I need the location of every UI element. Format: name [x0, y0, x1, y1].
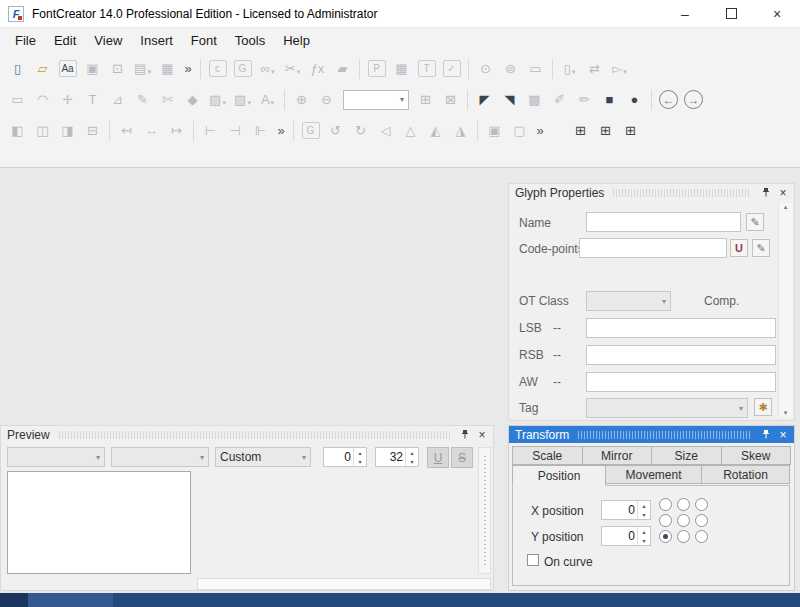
- toolbar-overflow-button[interactable]: »: [273, 119, 289, 142]
- anchor-radio-r2c3[interactable]: [695, 514, 708, 527]
- spin-up-button[interactable]: ▴: [638, 501, 650, 510]
- glyph-transform-button[interactable]: G: [299, 119, 322, 142]
- panel-close-button[interactable]: ×: [475, 428, 489, 442]
- preview-font-select[interactable]: ▾: [7, 447, 105, 467]
- spin-down-button[interactable]: ▾: [354, 457, 366, 466]
- align-bottom-button[interactable]: ⊟: [81, 119, 104, 142]
- panel-close-button[interactable]: ×: [776, 428, 790, 442]
- find-glyph-button[interactable]: ⊚: [499, 57, 522, 80]
- toolbar-overflow-button[interactable]: »: [532, 119, 548, 142]
- copy-button[interactable]: ⊡: [106, 57, 129, 80]
- align-left-button[interactable]: ◧: [6, 119, 29, 142]
- knife-tool-button[interactable]: ✄: [156, 88, 179, 111]
- panel-pin-button[interactable]: [759, 428, 773, 442]
- pencil-tool-button[interactable]: ✎: [131, 88, 154, 111]
- draw-freehand-button[interactable]: ✏: [573, 88, 596, 111]
- spin-up-button[interactable]: ▴: [354, 448, 366, 457]
- print-button[interactable]: ▦: [156, 57, 179, 80]
- anchor-radio-r1c1[interactable]: [659, 498, 672, 511]
- spin-down-button[interactable]: ▾: [406, 457, 418, 466]
- spin-up-button[interactable]: ▴: [406, 448, 418, 457]
- tab-mirror[interactable]: Mirror: [582, 446, 653, 465]
- draw-contour-button[interactable]: ✐: [548, 88, 571, 111]
- ellipse-tool-button[interactable]: ●: [623, 88, 646, 111]
- codepoints-input[interactable]: [579, 238, 727, 258]
- skew-vertical-button[interactable]: ◮: [449, 119, 472, 142]
- anchor-radio-r3c1[interactable]: [659, 530, 672, 543]
- tab-scale[interactable]: Scale: [512, 446, 583, 465]
- anchor-radio-r2c1[interactable]: [659, 514, 672, 527]
- spin-down-button[interactable]: ▾: [638, 536, 650, 545]
- bring-forward-button[interactable]: ▣: [483, 119, 506, 142]
- menu-item-tools[interactable]: Tools: [226, 28, 274, 53]
- tab-rotation[interactable]: Rotation: [701, 465, 790, 484]
- rectangle-tool-button[interactable]: ■: [598, 88, 621, 111]
- background-image-dropdown-button[interactable]: ▨▾: [206, 88, 229, 111]
- text-tool-button[interactable]: T: [81, 88, 104, 111]
- rotate-ccw-button[interactable]: ↺: [324, 119, 347, 142]
- test-font-button[interactable]: ▭: [524, 57, 547, 80]
- aw-input[interactable]: [586, 372, 776, 392]
- fit-width-button[interactable]: ⇄: [583, 57, 606, 80]
- menu-item-file[interactable]: File: [6, 28, 45, 53]
- zoom-out-button[interactable]: ⊖: [315, 88, 338, 111]
- open-font-button[interactable]: ▱: [31, 57, 54, 80]
- align-center-button[interactable]: ◫: [31, 119, 54, 142]
- minimize-button[interactable]: –: [662, 0, 708, 28]
- toolbar-overflow-button[interactable]: »: [180, 57, 196, 80]
- flip-horizontal-button[interactable]: ◁: [374, 119, 397, 142]
- flip-vertical-button[interactable]: △: [399, 119, 422, 142]
- preview-vertical-scrollbar[interactable]: [478, 447, 491, 574]
- curve-select-button[interactable]: ◠: [31, 88, 54, 111]
- menu-item-insert[interactable]: Insert: [131, 28, 182, 53]
- preview-spacing-input[interactable]: [324, 448, 353, 466]
- tab-skew[interactable]: Skew: [721, 446, 792, 465]
- preview-style-select[interactable]: ▾: [111, 447, 209, 467]
- spin-down-button[interactable]: ▾: [638, 510, 650, 519]
- rsb-input[interactable]: [586, 345, 776, 365]
- strikeout-button[interactable]: S: [451, 447, 473, 468]
- panel-pin-button[interactable]: [458, 428, 472, 442]
- distribute-left-button[interactable]: ↤: [115, 119, 138, 142]
- skew-horizontal-button[interactable]: ◭: [424, 119, 447, 142]
- save-font-button[interactable]: ▣: [81, 57, 104, 80]
- zoom-selection-button[interactable]: ⊠: [439, 88, 462, 111]
- x-position-spinner[interactable]: ▴ ▾: [601, 500, 651, 520]
- font-overview-button[interactable]: Aa: [56, 57, 79, 80]
- unlink-composite-button[interactable]: ✂▾: [281, 57, 304, 80]
- preview-canvas[interactable]: [7, 471, 191, 574]
- glyph-grid-button[interactable]: ▦: [390, 57, 413, 80]
- align-right-button[interactable]: ◨: [56, 119, 79, 142]
- unicode-picker-button[interactable]: U: [730, 239, 748, 257]
- add-codepoint-button[interactable]: c: [206, 57, 229, 80]
- tag-features-button[interactable]: ✱: [754, 398, 772, 416]
- x-position-input[interactable]: [602, 501, 637, 519]
- contour-pointer-button[interactable]: ◤: [473, 88, 496, 111]
- zoom-level-combo[interactable]: ▾: [343, 90, 409, 110]
- name-input[interactable]: [586, 212, 741, 232]
- menu-item-edit[interactable]: Edit: [45, 28, 85, 53]
- paste-dropdown-button[interactable]: ▤▾: [131, 57, 154, 80]
- spin-up-button[interactable]: ▴: [638, 527, 650, 536]
- distribute-right-button[interactable]: ↦: [165, 119, 188, 142]
- metrics-lsb-button[interactable]: ⊢: [199, 119, 222, 142]
- fill-tool-button[interactable]: ◆: [181, 88, 204, 111]
- anchor-radio-r1c2[interactable]: [677, 498, 690, 511]
- add-glyph-button[interactable]: G: [231, 57, 254, 80]
- zoom-in-button[interactable]: ⊕: [290, 88, 313, 111]
- page-setup-dropdown-button[interactable]: ▯▾: [558, 57, 581, 80]
- zoom-glyph-button[interactable]: ⊞: [414, 88, 437, 111]
- insert-text-button[interactable]: T: [415, 57, 438, 80]
- validate-button[interactable]: ✓: [440, 57, 463, 80]
- find-button[interactable]: ⊙: [474, 57, 497, 80]
- on-curve-checkbox[interactable]: [527, 554, 539, 566]
- preview-size-input[interactable]: [376, 448, 405, 466]
- edit-codepoints-button[interactable]: ✎: [752, 239, 770, 257]
- properties-button[interactable]: P: [365, 57, 388, 80]
- link-composite-button[interactable]: ∞▾: [256, 57, 279, 80]
- font-color-dropdown-button[interactable]: A▾: [256, 88, 279, 111]
- menu-item-view[interactable]: View: [85, 28, 131, 53]
- preview-size-mode-select[interactable]: Custom ▾: [215, 447, 311, 467]
- panel-pin-button[interactable]: [759, 186, 773, 200]
- anchor-radio-r3c2[interactable]: [677, 530, 690, 543]
